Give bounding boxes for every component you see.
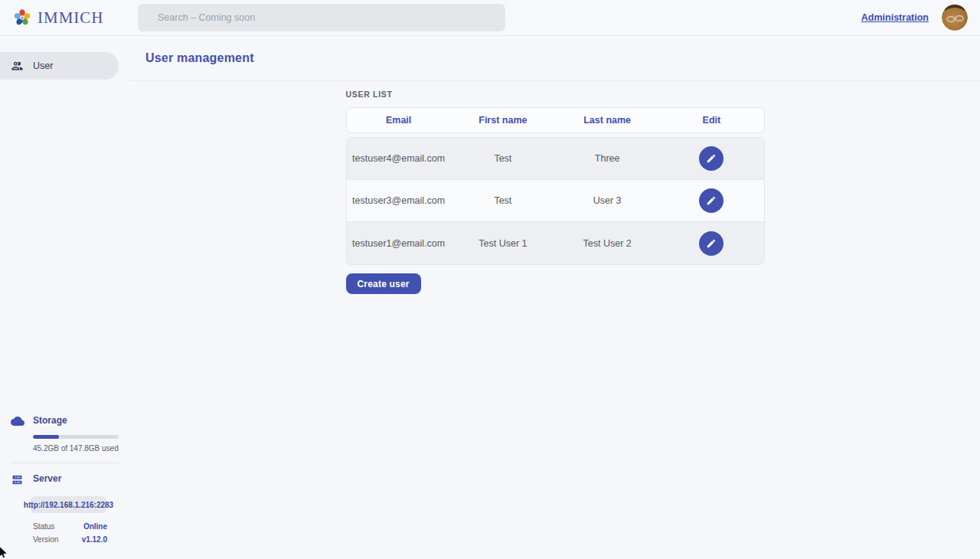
- cell-email: testuser4@email.com: [347, 153, 451, 164]
- sidebar-item-user[interactable]: User: [0, 52, 119, 80]
- cell-email: testuser3@email.com: [347, 195, 451, 206]
- storage-section: Storage 45.2GB of 147.8GB used: [0, 415, 130, 453]
- cell-last-name: User 3: [555, 195, 659, 206]
- server-icon: [11, 474, 24, 489]
- pencil-icon: [706, 195, 717, 206]
- main: User management USER LIST Email First na…: [130, 36, 980, 559]
- server-section: Server http://192.168.1.216:2283 Status …: [0, 473, 130, 546]
- server-version-row: Version v1.12.0: [33, 533, 107, 546]
- sidebar: User Storage 45.2GB of 147.8G: [0, 36, 130, 559]
- version-value: v1.12.0: [82, 535, 107, 544]
- immich-wordmark: IMMICH: [38, 8, 104, 28]
- column-header-edit: Edit: [659, 115, 763, 126]
- cell-email: testuser1@email.com: [347, 238, 451, 249]
- immich-logo[interactable]: IMMICH: [0, 8, 104, 28]
- server-url-chip: http://192.168.1.216:2283: [31, 496, 106, 513]
- user-list-heading: USER LIST: [346, 90, 765, 99]
- sidebar-item-label: User: [33, 60, 53, 71]
- storage-usage-text: 45.2GB of 147.8GB used: [33, 444, 119, 453]
- user-avatar[interactable]: [942, 5, 968, 31]
- table-header: Email First name Last name Edit: [346, 107, 765, 133]
- create-user-button[interactable]: Create user: [346, 273, 421, 294]
- column-header-email: Email: [347, 115, 451, 126]
- user-table: testuser4@email.com Test Three: [346, 137, 765, 265]
- table-row: testuser3@email.com Test User 3: [347, 180, 764, 222]
- status-label: Status: [33, 522, 54, 531]
- cell-last-name: Three: [555, 153, 659, 164]
- sidebar-divider: [11, 463, 119, 463]
- storage-progress-fill: [33, 435, 59, 439]
- table-row: testuser4@email.com Test Three: [347, 138, 764, 180]
- server-status-row: Status Online: [33, 520, 107, 533]
- page-title: User management: [145, 51, 254, 65]
- server-title: Server: [33, 473, 61, 484]
- table-row: testuser1@email.com Test User 1 Test Use…: [347, 222, 764, 264]
- cell-last-name: Test User 2: [555, 238, 659, 249]
- column-header-last-name: Last name: [555, 115, 659, 126]
- pencil-icon: [706, 153, 717, 164]
- header-right: Administration: [861, 5, 980, 31]
- edit-user-button[interactable]: [699, 231, 724, 256]
- cell-first-name: Test: [451, 195, 555, 206]
- sidebar-bottom: Storage 45.2GB of 147.8GB used: [0, 415, 130, 559]
- column-header-first-name: First name: [451, 115, 555, 126]
- search-input[interactable]: [138, 4, 505, 31]
- user-list-section: USER LIST Email First name Last name Edi…: [346, 90, 765, 294]
- cloud-icon: [11, 416, 24, 430]
- cell-first-name: Test: [451, 153, 555, 164]
- immich-flower-icon: [12, 8, 32, 28]
- cell-first-name: Test User 1: [451, 238, 555, 249]
- mouse-cursor: [0, 546, 12, 559]
- status-value: Online: [83, 522, 107, 531]
- edit-user-button[interactable]: [699, 146, 724, 171]
- main-titlebar: User management: [130, 36, 980, 81]
- version-label: Version: [33, 535, 58, 544]
- storage-progress-bar: [33, 435, 119, 439]
- storage-title: Storage: [33, 415, 67, 426]
- main-content: USER LIST Email First name Last name Edi…: [130, 81, 980, 294]
- edit-user-button[interactable]: [699, 188, 724, 213]
- users-icon: [11, 60, 24, 73]
- app-header: IMMICH Administration: [0, 0, 980, 36]
- pencil-icon: [706, 238, 717, 249]
- administration-link[interactable]: Administration: [861, 12, 929, 23]
